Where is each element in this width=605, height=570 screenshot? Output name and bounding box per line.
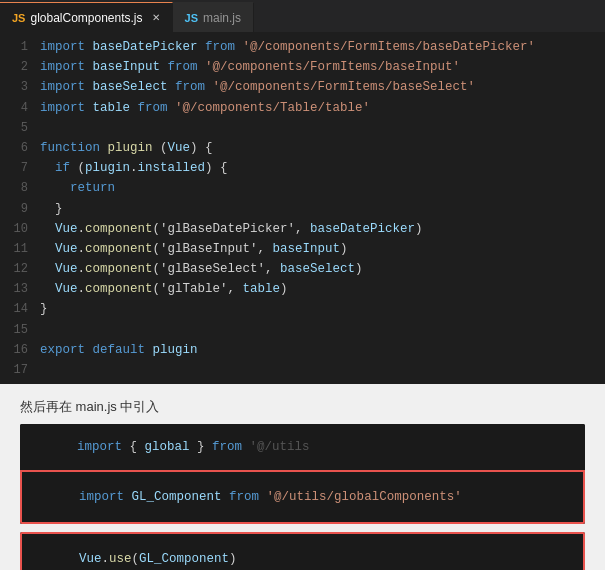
js-icon-orange: JS [12, 12, 25, 24]
line-content: function plugin (Vue) { [40, 138, 597, 158]
tab-mainjs[interactable]: JS main.js [173, 2, 254, 32]
line-content: export default plugin [40, 340, 597, 360]
code-line-16: 16export default plugin [0, 340, 605, 360]
line-content: import baseInput from '@/components/Form… [40, 57, 597, 77]
code-line-13: 13 Vue.component('glTable', table) [0, 279, 605, 299]
snippet-dimmed-line: import { global } from '@/utils [20, 424, 585, 470]
code-editor: 1import baseDatePicker from '@/component… [0, 33, 605, 384]
tab-label-mainjs: main.js [203, 11, 241, 25]
line-content: import baseDatePicker from '@/components… [40, 37, 597, 57]
line-number: 11 [0, 240, 40, 259]
line-number: 8 [0, 179, 40, 198]
tab-bar: JS globalComponents.js ✕ JS main.js [0, 0, 605, 33]
line-content: import table from '@/components/Table/ta… [40, 98, 597, 118]
code-line-2: 2import baseInput from '@/components/For… [0, 57, 605, 77]
line-number: 9 [0, 200, 40, 219]
close-icon[interactable]: ✕ [152, 12, 160, 23]
line-number: 6 [0, 139, 40, 158]
line-content [40, 118, 597, 138]
code-line-9: 9 } [0, 199, 605, 219]
snippet-container-1: import { global } from '@/utils import G… [20, 424, 585, 524]
line-number: 7 [0, 159, 40, 178]
line-content: Vue.component('glBaseDatePicker', baseDa… [40, 219, 597, 239]
line-content: Vue.component('glBaseInput', baseInput) [40, 239, 597, 259]
line-content [40, 320, 597, 340]
snippet-container-2: Vue.use(GL_Component) [20, 532, 585, 570]
line-number: 12 [0, 260, 40, 279]
line-number: 14 [0, 300, 40, 319]
line-number: 13 [0, 280, 40, 299]
code-line-10: 10 Vue.component('glBaseDatePicker', bas… [0, 219, 605, 239]
line-content: Vue.component('glTable', table) [40, 279, 597, 299]
code-line-4: 4import table from '@/components/Table/t… [0, 98, 605, 118]
snippet-highlighted2-line: Vue.use(GL_Component) [20, 532, 585, 570]
code-line-7: 7 if (plugin.installed) { [0, 158, 605, 178]
code-line-11: 11 Vue.component('glBaseInput', baseInpu… [0, 239, 605, 259]
code-line-3: 3import baseSelect from '@/components/Fo… [0, 77, 605, 97]
line-number: 5 [0, 119, 40, 138]
tab-label-globalcomponents: globalComponents.js [30, 11, 142, 25]
line-number: 2 [0, 58, 40, 77]
line-content: import baseSelect from '@/components/For… [40, 77, 597, 97]
code-line-5: 5 [0, 118, 605, 138]
line-number: 4 [0, 99, 40, 118]
line-content: if (plugin.installed) { [40, 158, 597, 178]
code-line-15: 15 [0, 320, 605, 340]
line-content: Vue.component('glBaseSelect', baseSelect… [40, 259, 597, 279]
code-line-12: 12 Vue.component('glBaseSelect', baseSel… [0, 259, 605, 279]
line-number: 15 [0, 321, 40, 340]
line-content: return [40, 178, 597, 198]
js-icon-blue: JS [185, 12, 198, 24]
line-content: } [40, 199, 597, 219]
code-line-1: 1import baseDatePicker from '@/component… [0, 37, 605, 57]
line-number: 1 [0, 38, 40, 57]
line-content: } [40, 299, 597, 319]
prose-text: 然后再在 main.js 中引入 [20, 398, 585, 416]
line-number: 16 [0, 341, 40, 360]
tab-globalcomponents[interactable]: JS globalComponents.js ✕ [0, 2, 173, 32]
code-line-8: 8 return [0, 178, 605, 198]
line-number: 3 [0, 78, 40, 97]
snippet-highlighted-line: import GL_Component from '@/utils/global… [20, 470, 585, 524]
code-line-6: 6function plugin (Vue) { [0, 138, 605, 158]
code-line-14: 14} [0, 299, 605, 319]
code-line-17: 17 [0, 360, 605, 380]
line-number: 10 [0, 220, 40, 239]
line-number: 17 [0, 361, 40, 380]
line-content [40, 360, 597, 380]
prose-section: 然后再在 main.js 中引入 import { global } from … [0, 384, 605, 570]
